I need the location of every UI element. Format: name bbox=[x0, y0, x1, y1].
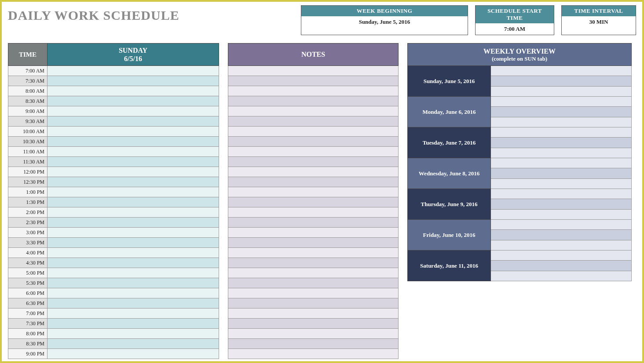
overview-slot[interactable] bbox=[491, 148, 632, 158]
overview-slot[interactable] bbox=[491, 127, 632, 138]
schedule-cell[interactable] bbox=[48, 268, 219, 278]
overview-slot[interactable] bbox=[491, 158, 632, 168]
time-cell: 11:30 AM bbox=[8, 157, 48, 167]
schedule-cell[interactable] bbox=[48, 187, 219, 197]
notes-cell[interactable] bbox=[228, 137, 399, 147]
schedule-row: 11:00 AM bbox=[8, 147, 219, 157]
notes-cell[interactable] bbox=[228, 298, 399, 309]
notes-cell[interactable] bbox=[228, 96, 399, 106]
schedule-cell[interactable] bbox=[48, 116, 219, 127]
overview-slot[interactable] bbox=[491, 210, 632, 220]
overview-slot[interactable] bbox=[491, 250, 632, 261]
overview-slot[interactable] bbox=[491, 240, 632, 250]
schedule-row: 7:00 AM bbox=[8, 66, 219, 76]
overview-slot[interactable] bbox=[491, 261, 632, 271]
schedule-cell[interactable] bbox=[48, 127, 219, 137]
overview-slot[interactable] bbox=[491, 179, 632, 189]
notes-cell[interactable] bbox=[228, 258, 399, 268]
notes-cell[interactable] bbox=[228, 76, 399, 86]
notes-cell[interactable] bbox=[228, 167, 399, 177]
start-time-value[interactable]: 7:00 AM bbox=[476, 23, 554, 35]
schedule-row: 3:00 PM bbox=[8, 228, 219, 238]
schedule-cell[interactable] bbox=[48, 167, 219, 177]
notes-cell[interactable] bbox=[228, 278, 399, 288]
notes-cell[interactable] bbox=[228, 228, 399, 238]
overview-slot[interactable] bbox=[491, 76, 632, 86]
time-cell: 7:30 PM bbox=[8, 319, 48, 329]
overview-slot[interactable] bbox=[491, 271, 632, 281]
schedule-cell[interactable] bbox=[48, 248, 219, 258]
time-cell: 3:00 PM bbox=[8, 228, 48, 238]
overview-slot[interactable] bbox=[491, 87, 632, 97]
overview-slot[interactable] bbox=[491, 66, 632, 76]
notes-cell[interactable] bbox=[228, 86, 399, 96]
schedule-cell[interactable] bbox=[48, 207, 219, 218]
overview-day-slots bbox=[491, 127, 632, 158]
notes-cell[interactable] bbox=[228, 339, 399, 349]
schedule-cell[interactable] bbox=[48, 298, 219, 309]
schedule-cell[interactable] bbox=[48, 339, 219, 349]
overview-body: Sunday, June 5, 2016Monday, June 6, 2016… bbox=[407, 66, 632, 281]
schedule-cell[interactable] bbox=[48, 288, 219, 298]
schedule-cell[interactable] bbox=[48, 319, 219, 329]
schedule-cell[interactable] bbox=[48, 309, 219, 319]
notes-cell[interactable] bbox=[228, 157, 399, 167]
notes-cell[interactable] bbox=[228, 66, 399, 76]
notes-cell[interactable] bbox=[228, 106, 399, 116]
notes-cell[interactable] bbox=[228, 177, 399, 187]
schedule-cell[interactable] bbox=[48, 177, 219, 187]
schedule-cell[interactable] bbox=[48, 157, 219, 167]
schedule-cell[interactable] bbox=[48, 349, 219, 359]
notes-cell[interactable] bbox=[228, 288, 399, 298]
schedule-row: 8:00 PM bbox=[8, 329, 219, 339]
overview-slot[interactable] bbox=[491, 199, 632, 209]
notes-cell[interactable] bbox=[228, 218, 399, 228]
schedule-row: 9:00 PM bbox=[8, 349, 219, 359]
schedule-row: 10:30 AM bbox=[8, 137, 219, 147]
schedule-cell[interactable] bbox=[48, 228, 219, 238]
schedule-row: 12:00 PM bbox=[8, 167, 219, 177]
notes-cell[interactable] bbox=[228, 319, 399, 329]
overview-slot[interactable] bbox=[491, 117, 632, 127]
overview-subtitle: (complete on SUN tab) bbox=[492, 55, 547, 62]
interval-value[interactable]: 30 MIN bbox=[562, 16, 636, 28]
schedule-cell[interactable] bbox=[48, 258, 219, 268]
notes-cell[interactable] bbox=[228, 349, 399, 359]
notes-cell[interactable] bbox=[228, 207, 399, 218]
schedule-cell[interactable] bbox=[48, 96, 219, 106]
overview-slot[interactable] bbox=[491, 107, 632, 117]
schedule-cell[interactable] bbox=[48, 76, 219, 86]
overview-slot[interactable] bbox=[491, 138, 632, 148]
schedule-cell[interactable] bbox=[48, 218, 219, 228]
notes-cell[interactable] bbox=[228, 329, 399, 339]
overview-slot[interactable] bbox=[491, 230, 632, 240]
main-content: TIME SUNDAY 6/5/16 7:00 AM7:30 AM8:00 AM… bbox=[8, 43, 636, 359]
schedule-cell[interactable] bbox=[48, 86, 219, 96]
schedule-cell[interactable] bbox=[48, 147, 219, 157]
overview-slot[interactable] bbox=[491, 97, 632, 107]
schedule-cell[interactable] bbox=[48, 329, 219, 339]
notes-cell[interactable] bbox=[228, 127, 399, 137]
overview-slot[interactable] bbox=[491, 168, 632, 178]
notes-cell[interactable] bbox=[228, 248, 399, 258]
notes-cell[interactable] bbox=[228, 147, 399, 157]
schedule-cell[interactable] bbox=[48, 137, 219, 147]
overview-slot[interactable] bbox=[491, 189, 632, 199]
overview-day-slots bbox=[491, 97, 632, 127]
notes-cell[interactable] bbox=[228, 268, 399, 278]
notes-cell[interactable] bbox=[228, 309, 399, 319]
week-beginning-value[interactable]: Sunday, June 5, 2016 bbox=[301, 16, 468, 28]
schedule-cell[interactable] bbox=[48, 238, 219, 248]
schedule-cell[interactable] bbox=[48, 106, 219, 116]
schedule-cell[interactable] bbox=[48, 197, 219, 207]
overview-slot[interactable] bbox=[491, 220, 632, 230]
notes-cell[interactable] bbox=[228, 197, 399, 207]
overview-day-slots bbox=[491, 158, 632, 189]
notes-cell[interactable] bbox=[228, 116, 399, 127]
overview-day-slots bbox=[491, 66, 632, 97]
schedule-cell[interactable] bbox=[48, 66, 219, 76]
notes-cell[interactable] bbox=[228, 187, 399, 197]
notes-cell[interactable] bbox=[228, 238, 399, 248]
schedule-cell[interactable] bbox=[48, 278, 219, 288]
time-cell: 8:30 AM bbox=[8, 96, 48, 106]
